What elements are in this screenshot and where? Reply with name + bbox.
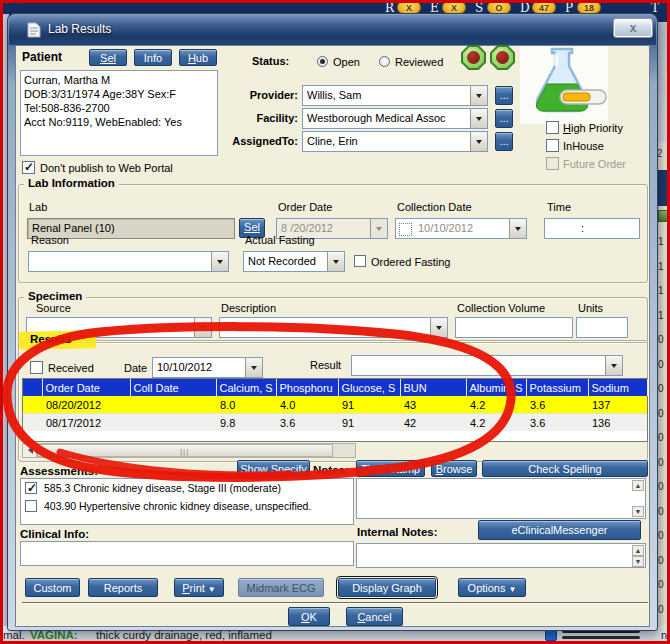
time-stamp-button[interactable]: Time Stamp xyxy=(356,460,425,477)
jellybean-badge-icon[interactable]: X xyxy=(397,1,421,14)
ordered-fasting-label: Ordered Fasting xyxy=(371,256,450,268)
col-bun[interactable]: BUN xyxy=(400,379,466,396)
dropdown-arrow-icon xyxy=(370,219,387,238)
time-field[interactable]: : xyxy=(544,218,640,239)
assessment-item[interactable]: 403.90 Hypertensive chronic kidney disea… xyxy=(44,500,311,512)
facility-more-button[interactable]: ... xyxy=(495,109,513,128)
reason-value xyxy=(29,252,211,271)
dropdown-arrow-icon[interactable] xyxy=(605,356,622,375)
scrollbar-thumb[interactable]: ||| xyxy=(37,444,333,457)
collection-date-combo[interactable]: 10/10/2012 xyxy=(395,218,527,239)
scroll-down-arrow-icon[interactable]: ▼ xyxy=(632,506,644,517)
received-checkbox[interactable] xyxy=(30,361,43,374)
collection-volume-field[interactable] xyxy=(455,317,573,338)
browse-button[interactable]: Browse xyxy=(431,460,477,477)
status-stop-icon[interactable] xyxy=(461,45,486,70)
provider-combo[interactable]: Willis, Sam xyxy=(302,85,488,106)
status-stop-icon[interactable] xyxy=(490,45,515,70)
time-label: Time xyxy=(547,201,571,213)
inhouse-checkbox[interactable] xyxy=(546,139,559,152)
col-coll-date[interactable]: Coll Date xyxy=(130,379,216,396)
patient-hub-button[interactable]: Hub xyxy=(179,49,217,66)
col-potassium[interactable]: Potassium xyxy=(526,379,588,396)
result-row-selected[interactable]: 08/20/2012 8.0 4.0 91 43 4.2 3.6 137 xyxy=(23,396,647,414)
show-specify-button[interactable]: Show Specify xyxy=(237,460,310,477)
dropdown-arrow-icon[interactable] xyxy=(509,219,526,238)
high-priority-checkbox[interactable] xyxy=(546,121,559,134)
jellybean-badge-icon[interactable]: O xyxy=(487,1,511,14)
close-button[interactable]: x xyxy=(613,18,653,38)
ok-button[interactable]: OK xyxy=(288,607,330,626)
collection-date-checkbox-cell[interactable] xyxy=(396,219,414,238)
dropdown-arrow-icon[interactable] xyxy=(211,252,228,271)
col-phosphorus[interactable]: Phosphoru xyxy=(276,379,338,396)
scroll-down-arrow-icon[interactable]: ▼ xyxy=(632,556,644,567)
jellybean-badge-icon[interactable]: X xyxy=(442,1,466,14)
options-button[interactable]: Options▼ xyxy=(458,578,526,597)
dropdown-arrow-icon[interactable] xyxy=(430,318,447,337)
reason-combo[interactable] xyxy=(28,251,229,272)
display-graph-button[interactable]: Display Graph xyxy=(338,578,436,597)
assignedto-more-button[interactable]: ... xyxy=(495,132,513,151)
scroll-left-arrow-icon[interactable] xyxy=(23,444,37,457)
eclinicalmessenger-button[interactable]: eClinicalMessenger xyxy=(478,520,641,540)
dont-publish-checkbox[interactable] xyxy=(22,161,35,174)
check-spelling-button[interactable]: Check Spelling xyxy=(482,460,648,477)
jellybean-badge-icon[interactable]: 47 xyxy=(532,1,556,14)
col-albumin[interactable]: Albumin, S xyxy=(466,379,526,396)
dropdown-arrow-icon[interactable] xyxy=(470,132,487,151)
results-table[interactable]: Order Date Coll Date Calcium, S Phosphor… xyxy=(23,379,648,431)
results-table-container: Order Date Coll Date Calcium, S Phosphor… xyxy=(22,378,648,442)
red-dot xyxy=(496,51,509,64)
status-open-radio[interactable] xyxy=(317,56,328,67)
jellybean-badge-icon[interactable]: 18 xyxy=(577,1,601,14)
assessment-checkbox[interactable] xyxy=(25,500,37,512)
results-horizontal-scrollbar[interactable]: ||| xyxy=(22,443,356,458)
dropdown-arrow-icon[interactable] xyxy=(470,109,487,128)
collection-volume-label: Collection Volume xyxy=(457,302,545,314)
menu-letter: T xyxy=(651,1,659,15)
notes-label: Notes: xyxy=(313,464,349,476)
provider-more-button[interactable]: ... xyxy=(495,86,513,105)
reason-label: Reason xyxy=(31,234,69,246)
clinical-info-input[interactable] xyxy=(20,541,354,566)
background-text: n xyxy=(661,629,667,641)
units-field[interactable] xyxy=(576,317,628,338)
custom-button[interactable]: Custom xyxy=(25,578,80,597)
result-row[interactable]: 08/17/2012 9.8 3.6 91 42 4.2 3.6 136 xyxy=(23,414,647,432)
result-date-label: Date xyxy=(124,362,147,374)
dropdown-arrow-icon[interactable] xyxy=(245,358,262,377)
assignedto-combo[interactable]: Cline, Erin xyxy=(302,131,488,152)
dropdown-arrow-icon[interactable] xyxy=(194,318,211,337)
actual-fasting-combo[interactable]: Not Recorded xyxy=(243,251,345,272)
col-calcium[interactable]: Calcium, S xyxy=(216,379,276,396)
scroll-up-arrow-icon[interactable]: ▲ xyxy=(632,545,644,556)
col-sodium[interactable]: Sodium xyxy=(588,379,647,396)
dropdown-arrow-icon[interactable] xyxy=(327,252,344,271)
menu-letter: S xyxy=(475,1,483,15)
ordered-fasting-checkbox[interactable] xyxy=(354,255,366,267)
assessment-checkbox[interactable] xyxy=(25,482,37,494)
status-reviewed-radio[interactable] xyxy=(379,56,390,67)
internal-notes-label: Internal Notes: xyxy=(357,526,438,538)
result-date-combo[interactable]: 10/10/2012 xyxy=(152,357,263,378)
patient-select-button[interactable]: Sel xyxy=(89,49,127,66)
assessment-item[interactable]: 585.3 Chronic kidney disease, Stage III … xyxy=(44,482,281,494)
facility-label: Facility: xyxy=(233,112,298,124)
result-combo[interactable] xyxy=(351,355,623,376)
col-order-date[interactable]: Order Date xyxy=(42,379,130,396)
scroll-up-arrow-icon[interactable]: ▲ xyxy=(632,480,644,491)
col-glucose[interactable]: Glucose, S xyxy=(338,379,400,396)
background-right-window-top xyxy=(656,22,670,142)
results-table-header[interactable]: Order Date Coll Date Calcium, S Phosphor… xyxy=(23,379,647,396)
internal-notes-textarea[interactable] xyxy=(356,543,646,568)
dropdown-arrow-icon[interactable] xyxy=(470,86,487,105)
reports-button[interactable]: Reports xyxy=(88,578,158,597)
collection-date-checkbox[interactable] xyxy=(399,223,412,236)
cancel-button[interactable]: Cancel xyxy=(346,607,403,626)
facility-combo[interactable]: Westborough Medical Assoc xyxy=(302,108,488,129)
description-combo[interactable] xyxy=(219,317,448,338)
patient-info-button[interactable]: Info xyxy=(134,49,172,66)
notes-textarea[interactable] xyxy=(356,478,646,519)
print-button[interactable]: Print▼ xyxy=(174,578,224,597)
